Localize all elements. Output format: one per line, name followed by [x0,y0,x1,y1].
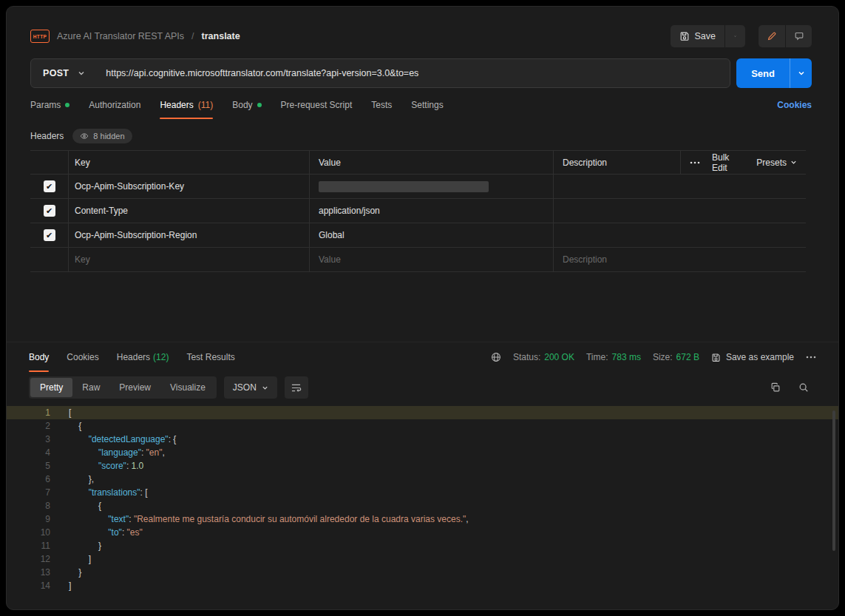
send-dropdown-button[interactable] [790,58,812,88]
tab-headers[interactable]: Headers(11) [160,91,213,119]
code-text: "to": "es" [50,526,143,539]
header-value-cell[interactable]: application/json [310,199,554,223]
code-text: { [50,419,81,433]
header-value-cell[interactable] [310,175,554,198]
chevron-down-icon [78,70,85,77]
tab-label: Cookies [67,352,98,362]
key-input-placeholder[interactable]: Key [69,248,310,271]
save-dropdown-button[interactable] [724,25,745,47]
network-globe-icon[interactable] [491,352,501,362]
header-description-cell[interactable] [554,175,806,198]
code-text: } [50,539,101,552]
tab-label: Settings [411,100,443,110]
view-mode-raw[interactable]: Raw [72,378,109,397]
meta-value: 783 ms [612,352,641,362]
save-button[interactable]: Save [671,25,725,47]
tab-tests[interactable]: Tests [371,91,392,119]
header-description-cell[interactable] [554,199,806,223]
response-pane: BodyCookiesHeaders(12)Test Results Statu… [7,342,838,592]
code-line: 5 "score": 1.0 [7,459,838,473]
chevron-down-icon [262,385,268,391]
header-value-cell[interactable]: Global [310,223,554,247]
tab-label: Headers [117,352,150,362]
header-description-cell[interactable] [554,223,806,247]
tab-body[interactable]: Body [232,91,261,119]
edit-request-button[interactable] [759,25,785,47]
response-time: Time:783 ms [586,352,641,362]
tab-label: Tests [371,100,392,110]
code-line: 10 "to": "es" [7,526,838,539]
scrollbar-thumb[interactable] [832,410,835,551]
line-number: 10 [7,526,50,539]
line-number: 6 [7,473,50,486]
breadcrumb-collection[interactable]: Azure AI Translator REST APIs [57,31,184,41]
response-tab-test-results[interactable]: Test Results [186,342,234,372]
code-text: ] [50,579,71,592]
tab-label: Params [30,100,61,110]
tab-settings[interactable]: Settings [411,91,443,119]
line-number: 13 [7,566,50,579]
meta-label: Size: [653,352,673,362]
code-line: 14] [7,579,838,592]
tab-label: Test Results [186,352,234,362]
meta-label: Status: [513,352,540,362]
table-row: ✔Ocp-Apim-Subscription-Key [30,175,806,199]
view-mode-switch: PrettyRawPreviewVisualize [29,376,217,399]
response-size: Size:672 B [653,352,699,362]
line-number: 12 [7,552,50,566]
comments-button[interactable] [785,25,812,47]
response-tab-body[interactable]: Body [29,342,49,372]
method-selector[interactable]: POST [31,59,97,87]
save-as-example-button[interactable]: Save as example [711,352,794,362]
header-key-cell[interactable]: Ocp-Apim-Subscription-Region [69,223,310,247]
line-number: 14 [7,579,50,592]
view-mode-preview[interactable]: Preview [109,378,160,397]
tab-authorization[interactable]: Authorization [89,91,140,119]
header-key-cell[interactable]: Content-Type [69,199,310,223]
response-body-viewer[interactable]: 1[2 {3 "detectedLanguage": {4 "language"… [7,403,838,592]
response-status-group: Status:200 OKTime:783 msSize:672 B [513,352,699,362]
bulk-edit-button[interactable]: Bulk Edit [712,152,744,173]
view-mode-visualize[interactable]: Visualize [160,378,215,397]
url-input[interactable]: https://api.cognitive.microsofttranslato… [97,68,730,78]
view-mode-pretty[interactable]: Pretty [30,378,72,397]
row-checkbox[interactable]: ✔ [44,205,55,217]
description-input-placeholder[interactable]: Description [554,248,806,271]
response-more-icon[interactable] [806,356,816,359]
code-text: [ [50,406,71,419]
presets-dropdown[interactable]: Presets [756,158,797,168]
topbar-actions: Save [671,25,812,47]
new-header-row: Key Value Description [30,248,806,272]
tab-label: Pre-request Script [281,100,353,110]
chevron-down-icon [790,159,797,166]
tab-pre-request-script[interactable]: Pre-request Script [281,91,353,119]
value-input-placeholder[interactable]: Value [310,248,554,271]
row-checkbox[interactable]: ✔ [44,229,55,241]
line-number: 11 [7,539,50,552]
format-dropdown[interactable]: JSON [224,376,277,399]
table-row: ✔Ocp-Apim-Subscription-RegionGlobal [30,223,806,248]
more-actions-icon[interactable] [690,161,700,164]
hidden-headers-toggle[interactable]: 8 hidden [72,129,132,143]
search-icon[interactable] [798,382,809,393]
breadcrumb-separator: / [191,31,194,41]
tab-params[interactable]: Params [30,91,69,119]
header-key-cell[interactable]: Ocp-Apim-Subscription-Key [69,175,310,198]
headers-meta: Headers 8 hidden [30,128,812,144]
code-text: "detectedLanguage": { [50,433,176,446]
line-number: 7 [7,486,50,499]
hidden-headers-label: 8 hidden [93,132,124,141]
response-tab-headers[interactable]: Headers(12) [117,342,169,372]
pencil-icon [767,31,777,41]
line-number: 1 [7,406,50,419]
cookies-link[interactable]: Cookies [777,100,812,110]
response-tab-cookies[interactable]: Cookies [67,342,98,372]
tab-label: Body [232,100,252,110]
send-button[interactable]: Send [736,58,790,88]
code-line: 11 } [7,539,838,552]
wrap-text-button[interactable] [285,376,308,399]
row-checkbox[interactable]: ✔ [44,180,55,192]
headers-table: Key Value Description Bulk Edit Presets … [30,150,806,272]
code-line: 3 "detectedLanguage": { [7,433,838,446]
copy-icon[interactable] [770,382,781,393]
